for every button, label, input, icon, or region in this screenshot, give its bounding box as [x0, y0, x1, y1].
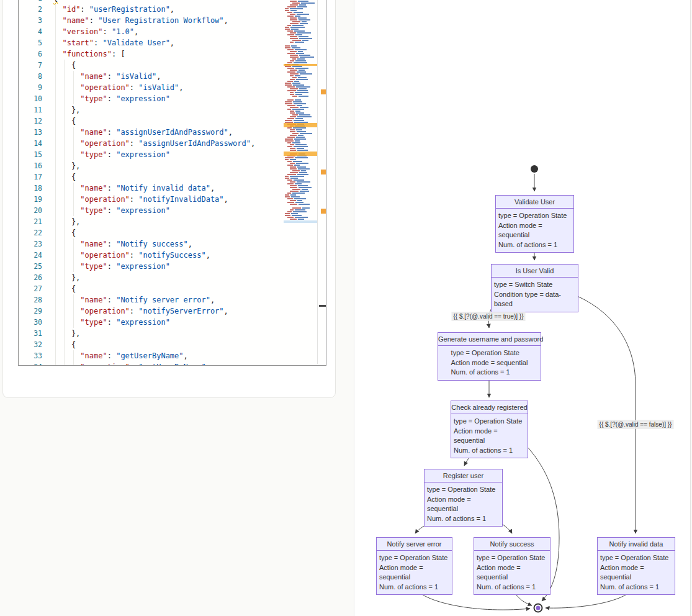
indent-guide [64, 93, 65, 104]
code-line: 29 "operation": "notifyServerError", [19, 306, 284, 317]
indent-guide [73, 149, 74, 160]
indent-guide [64, 194, 65, 205]
indent-guide [64, 350, 65, 361]
indent-guide [64, 283, 65, 294]
indent-guide [55, 339, 56, 350]
indent-guide [55, 37, 56, 48]
line-number: 8 [19, 71, 42, 82]
state-attr: type = Switch State [494, 280, 575, 290]
indent-guide [64, 261, 65, 272]
code-editor[interactable]: 1{2 "id": "userRegistration",3 "name": "… [18, 0, 326, 366]
indent-guide [55, 216, 56, 227]
line-number: 17 [19, 171, 42, 183]
code-line: 9 "operation": "isValid", [19, 82, 284, 93]
line-number: 33 [19, 350, 42, 361]
state-node-check-already-registered: Check already registered type = Operatio… [451, 401, 528, 458]
line-number: 27 [19, 283, 42, 294]
indent-guide [55, 317, 56, 328]
indent-guide [55, 48, 56, 60]
state-title: Notify success [474, 538, 550, 551]
workflow-diagram-panel: Validate User type = Operation State Act… [354, 0, 691, 616]
minimap-find-highlight [284, 152, 317, 156]
code-line: 12 { [19, 116, 284, 127]
ruler-marker [321, 209, 326, 214]
indent-guide [64, 60, 65, 71]
indent-guide [73, 205, 74, 216]
state-attr: type = Operation State [379, 553, 449, 563]
state-attr: type = Operation State [427, 485, 500, 495]
code-line: 3 "name": "User Registration Workflow", [19, 15, 284, 26]
minimap[interactable] [284, 0, 317, 364]
indent-guide [55, 171, 56, 183]
line-number: 4 [19, 26, 42, 37]
indent-guide [55, 205, 56, 216]
code-line: 17 { [19, 171, 284, 183]
indent-guide [64, 183, 65, 194]
code-line: 15 "type": "expression" [19, 149, 284, 160]
indent-guide [55, 227, 56, 238]
state-attr: Num. of actions = 1 [498, 240, 571, 250]
indent-guide [55, 238, 56, 250]
overview-ruler [317, 0, 326, 364]
state-node-notify-success: Notify success type = Operation State Ac… [474, 537, 550, 595]
indent-guide [64, 116, 65, 127]
state-attr: Action mode = sequential [454, 427, 525, 446]
indent-guide [55, 93, 56, 104]
state-attr: type = Operation State [498, 211, 571, 221]
indent-guide [55, 4, 56, 15]
indent-guide [55, 361, 56, 366]
ruler-marker [321, 89, 326, 94]
indent-guide [73, 138, 74, 149]
indent-guide [73, 261, 74, 272]
indent-guide [55, 149, 56, 160]
state-title: Notify server error [377, 538, 452, 551]
code-line: 32 { [19, 339, 284, 350]
indent-guide [64, 339, 65, 350]
minimap-find-highlight [284, 123, 317, 127]
indent-guide [55, 26, 56, 37]
state-title: Generate username and password [438, 333, 541, 346]
line-number: 16 [19, 160, 42, 171]
indent-guide [73, 306, 74, 317]
code-line: 8 "name": "isValid", [19, 71, 284, 82]
indent-guide [64, 104, 65, 116]
indent-guide [55, 104, 56, 116]
indent-guide [55, 71, 56, 82]
indent-guide [55, 15, 56, 26]
code-line: 18 "name": "Notify invalid data", [19, 183, 284, 194]
line-number: 31 [19, 328, 42, 339]
state-attr: type = Operation State [454, 417, 525, 427]
state-attr: Action mode = sequential [379, 563, 449, 582]
state-title: Validate User [496, 196, 573, 209]
indent-guide [55, 116, 56, 127]
edge-label-valid-true: {{ $.[?(@.valid == true)] }} [452, 312, 526, 321]
state-attr: Action mode = sequential [498, 221, 571, 240]
end-state-node-core [536, 606, 541, 610]
code-line: 10 "type": "expression" [19, 93, 284, 104]
indent-guide [64, 227, 65, 238]
indent-guide [64, 361, 65, 366]
indent-guide [64, 149, 65, 160]
indent-guide [55, 127, 56, 138]
indent-guide [55, 283, 56, 294]
state-attr: Action mode = sequential [477, 563, 547, 582]
line-number: 7 [19, 60, 42, 71]
indent-guide [64, 272, 65, 283]
indent-guide [64, 127, 65, 138]
code-line: 24 "operation": "notifySuccess", [19, 250, 284, 261]
state-title: Register user [425, 469, 502, 482]
indent-guide [55, 60, 56, 71]
line-number: 11 [19, 104, 42, 116]
edge-isvalid-false-to-notifyinvalid [576, 296, 636, 533]
line-number: 12 [19, 116, 42, 127]
code-line: 34 "operation": "getUserByName", [19, 361, 284, 366]
state-attr: type = Operation State [451, 348, 528, 358]
indent-guide [55, 138, 56, 149]
indent-guide [64, 328, 65, 339]
indent-guide [73, 82, 74, 93]
state-attr: Condition type = data-based [494, 290, 575, 309]
ruler-cursor-marker [319, 305, 326, 307]
line-number: 23 [19, 238, 42, 250]
line-number: 32 [19, 339, 42, 350]
code-line: 25 "type": "expression" [19, 261, 284, 272]
